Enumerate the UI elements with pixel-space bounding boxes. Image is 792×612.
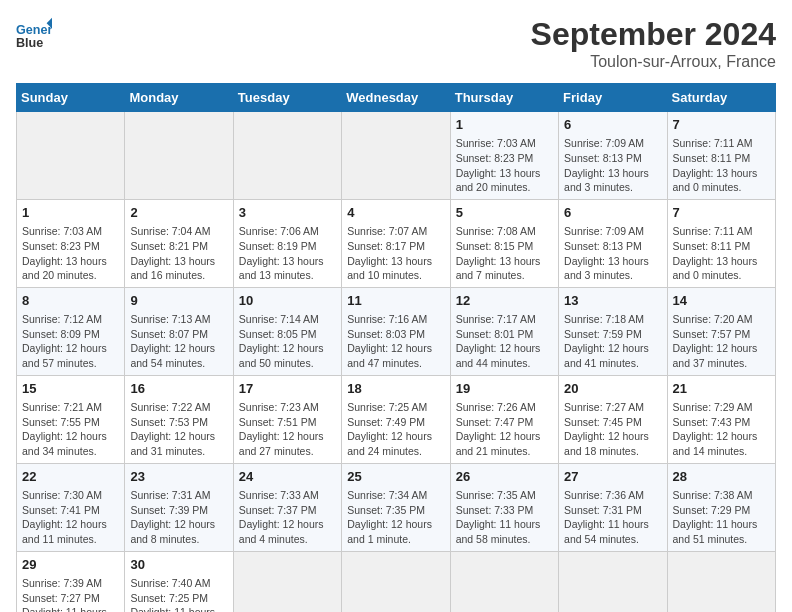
calendar-week-1: 1Sunrise: 7:03 AMSunset: 8:23 PMDaylight…: [17, 199, 776, 287]
day-info: Sunrise: 7:06 AMSunset: 8:19 PMDaylight:…: [239, 224, 336, 283]
calendar-cell: 6Sunrise: 7:09 AMSunset: 8:13 PMDaylight…: [559, 199, 667, 287]
weekday-header-monday: Monday: [125, 84, 233, 112]
day-number: 13: [564, 292, 661, 310]
day-info: Sunrise: 7:25 AMSunset: 7:49 PMDaylight:…: [347, 400, 444, 459]
day-number: 2: [130, 204, 227, 222]
calendar-cell: 27Sunrise: 7:36 AMSunset: 7:31 PMDayligh…: [559, 463, 667, 551]
day-number: 27: [564, 468, 661, 486]
calendar-cell: 17Sunrise: 7:23 AMSunset: 7:51 PMDayligh…: [233, 375, 341, 463]
calendar-cell: 30Sunrise: 7:40 AMSunset: 7:25 PMDayligh…: [125, 551, 233, 612]
day-number: 15: [22, 380, 119, 398]
day-number: 16: [130, 380, 227, 398]
calendar-cell: [342, 551, 450, 612]
day-info: Sunrise: 7:30 AMSunset: 7:41 PMDaylight:…: [22, 488, 119, 547]
calendar-cell: 16Sunrise: 7:22 AMSunset: 7:53 PMDayligh…: [125, 375, 233, 463]
calendar-cell: 23Sunrise: 7:31 AMSunset: 7:39 PMDayligh…: [125, 463, 233, 551]
day-info: Sunrise: 7:23 AMSunset: 7:51 PMDaylight:…: [239, 400, 336, 459]
calendar-cell: [125, 112, 233, 200]
day-info: Sunrise: 7:11 AMSunset: 8:11 PMDaylight:…: [673, 224, 770, 283]
day-number: 7: [673, 204, 770, 222]
day-number: 24: [239, 468, 336, 486]
calendar-cell: 14Sunrise: 7:20 AMSunset: 7:57 PMDayligh…: [667, 287, 775, 375]
calendar-cell: 3Sunrise: 7:06 AMSunset: 8:19 PMDaylight…: [233, 199, 341, 287]
day-number: 25: [347, 468, 444, 486]
day-info: Sunrise: 7:27 AMSunset: 7:45 PMDaylight:…: [564, 400, 661, 459]
day-number: 19: [456, 380, 553, 398]
day-info: Sunrise: 7:39 AMSunset: 7:27 PMDaylight:…: [22, 576, 119, 612]
day-info: Sunrise: 7:12 AMSunset: 8:09 PMDaylight:…: [22, 312, 119, 371]
day-number: 10: [239, 292, 336, 310]
day-number: 20: [564, 380, 661, 398]
day-number: 8: [22, 292, 119, 310]
calendar-cell: [233, 112, 341, 200]
day-number: 14: [673, 292, 770, 310]
day-number: 4: [347, 204, 444, 222]
day-info: Sunrise: 7:03 AMSunset: 8:23 PMDaylight:…: [22, 224, 119, 283]
day-info: Sunrise: 7:09 AMSunset: 8:13 PMDaylight:…: [564, 136, 661, 195]
svg-text:Blue: Blue: [16, 36, 43, 50]
day-number: 1: [22, 204, 119, 222]
day-number: 5: [456, 204, 553, 222]
weekday-header-sunday: Sunday: [17, 84, 125, 112]
day-number: 21: [673, 380, 770, 398]
calendar-cell: 12Sunrise: 7:17 AMSunset: 8:01 PMDayligh…: [450, 287, 558, 375]
day-number: 26: [456, 468, 553, 486]
day-info: Sunrise: 7:22 AMSunset: 7:53 PMDaylight:…: [130, 400, 227, 459]
calendar-cell: 4Sunrise: 7:07 AMSunset: 8:17 PMDaylight…: [342, 199, 450, 287]
day-info: Sunrise: 7:38 AMSunset: 7:29 PMDaylight:…: [673, 488, 770, 547]
day-info: Sunrise: 7:07 AMSunset: 8:17 PMDaylight:…: [347, 224, 444, 283]
day-number: 28: [673, 468, 770, 486]
calendar-cell: 15Sunrise: 7:21 AMSunset: 7:55 PMDayligh…: [17, 375, 125, 463]
day-info: Sunrise: 7:08 AMSunset: 8:15 PMDaylight:…: [456, 224, 553, 283]
calendar-cell: 2Sunrise: 7:04 AMSunset: 8:21 PMDaylight…: [125, 199, 233, 287]
day-number: 22: [22, 468, 119, 486]
calendar-cell: 11Sunrise: 7:16 AMSunset: 8:03 PMDayligh…: [342, 287, 450, 375]
day-number: 17: [239, 380, 336, 398]
day-number: 29: [22, 556, 119, 574]
day-info: Sunrise: 7:33 AMSunset: 7:37 PMDaylight:…: [239, 488, 336, 547]
calendar-cell: 25Sunrise: 7:34 AMSunset: 7:35 PMDayligh…: [342, 463, 450, 551]
calendar-table: SundayMondayTuesdayWednesdayThursdayFrid…: [16, 83, 776, 612]
title-block: September 2024 Toulon-sur-Arroux, France: [531, 16, 776, 71]
day-number: 1: [456, 116, 553, 134]
day-info: Sunrise: 7:17 AMSunset: 8:01 PMDaylight:…: [456, 312, 553, 371]
day-number: 3: [239, 204, 336, 222]
day-info: Sunrise: 7:04 AMSunset: 8:21 PMDaylight:…: [130, 224, 227, 283]
day-info: Sunrise: 7:34 AMSunset: 7:35 PMDaylight:…: [347, 488, 444, 547]
calendar-week-4: 22Sunrise: 7:30 AMSunset: 7:41 PMDayligh…: [17, 463, 776, 551]
calendar-cell: 22Sunrise: 7:30 AMSunset: 7:41 PMDayligh…: [17, 463, 125, 551]
day-info: Sunrise: 7:31 AMSunset: 7:39 PMDaylight:…: [130, 488, 227, 547]
calendar-cell: [17, 112, 125, 200]
day-number: 6: [564, 116, 661, 134]
calendar-cell: 7Sunrise: 7:11 AMSunset: 8:11 PMDaylight…: [667, 199, 775, 287]
calendar-cell: 13Sunrise: 7:18 AMSunset: 7:59 PMDayligh…: [559, 287, 667, 375]
calendar-cell: 20Sunrise: 7:27 AMSunset: 7:45 PMDayligh…: [559, 375, 667, 463]
weekday-header-wednesday: Wednesday: [342, 84, 450, 112]
calendar-cell: 10Sunrise: 7:14 AMSunset: 8:05 PMDayligh…: [233, 287, 341, 375]
calendar-cell: [667, 551, 775, 612]
day-info: Sunrise: 7:03 AMSunset: 8:23 PMDaylight:…: [456, 136, 553, 195]
day-number: 12: [456, 292, 553, 310]
calendar-cell: 21Sunrise: 7:29 AMSunset: 7:43 PMDayligh…: [667, 375, 775, 463]
calendar-cell: 26Sunrise: 7:35 AMSunset: 7:33 PMDayligh…: [450, 463, 558, 551]
weekday-header-thursday: Thursday: [450, 84, 558, 112]
calendar-cell: 29Sunrise: 7:39 AMSunset: 7:27 PMDayligh…: [17, 551, 125, 612]
weekday-header-saturday: Saturday: [667, 84, 775, 112]
month-title: September 2024: [531, 16, 776, 53]
calendar-cell: 8Sunrise: 7:12 AMSunset: 8:09 PMDaylight…: [17, 287, 125, 375]
day-number: 18: [347, 380, 444, 398]
day-info: Sunrise: 7:13 AMSunset: 8:07 PMDaylight:…: [130, 312, 227, 371]
day-info: Sunrise: 7:36 AMSunset: 7:31 PMDaylight:…: [564, 488, 661, 547]
location-subtitle: Toulon-sur-Arroux, France: [531, 53, 776, 71]
calendar-cell: [342, 112, 450, 200]
day-info: Sunrise: 7:26 AMSunset: 7:47 PMDaylight:…: [456, 400, 553, 459]
logo: General Blue: [16, 16, 52, 52]
calendar-cell: 5Sunrise: 7:08 AMSunset: 8:15 PMDaylight…: [450, 199, 558, 287]
calendar-cell: 1Sunrise: 7:03 AMSunset: 8:23 PMDaylight…: [17, 199, 125, 287]
calendar-cell: 28Sunrise: 7:38 AMSunset: 7:29 PMDayligh…: [667, 463, 775, 551]
calendar-cell: [233, 551, 341, 612]
calendar-cell: 9Sunrise: 7:13 AMSunset: 8:07 PMDaylight…: [125, 287, 233, 375]
calendar-week-2: 8Sunrise: 7:12 AMSunset: 8:09 PMDaylight…: [17, 287, 776, 375]
day-info: Sunrise: 7:14 AMSunset: 8:05 PMDaylight:…: [239, 312, 336, 371]
day-number: 30: [130, 556, 227, 574]
